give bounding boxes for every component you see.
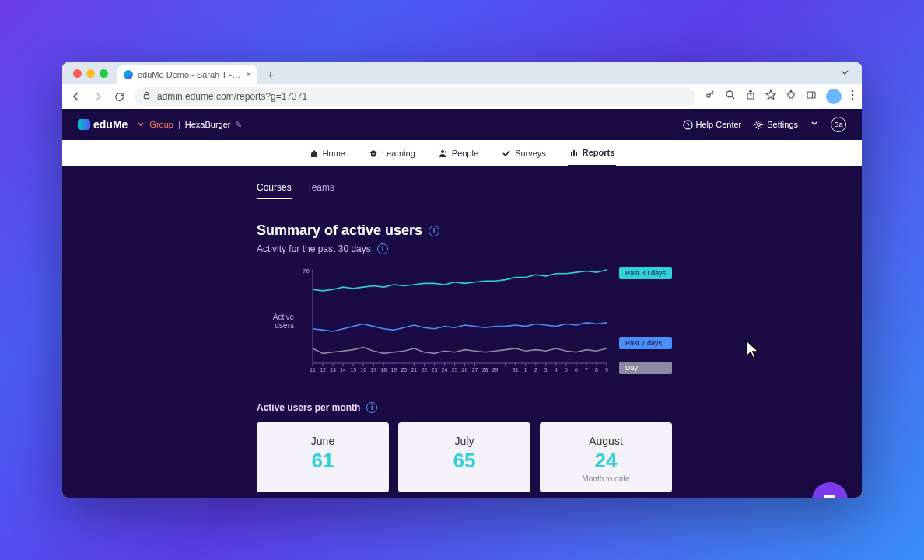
forward-button[interactable] xyxy=(92,90,104,103)
header-right: Help Center Settings Sa xyxy=(683,117,846,132)
svg-text:14: 14 xyxy=(340,367,346,373)
svg-point-13 xyxy=(441,150,444,153)
svg-text:28: 28 xyxy=(482,367,488,373)
lock-icon xyxy=(142,91,151,102)
profile-avatar[interactable] xyxy=(826,89,842,104)
chart-ylabel: Active users xyxy=(257,267,294,376)
svg-rect-16 xyxy=(573,150,575,156)
close-window-button[interactable] xyxy=(73,69,82,78)
svg-text:20: 20 xyxy=(401,367,407,373)
svg-text:26: 26 xyxy=(462,367,468,373)
svg-text:22: 22 xyxy=(421,367,427,373)
edit-group-icon[interactable]: ✎ xyxy=(235,120,242,130)
chevron-down-icon xyxy=(137,121,145,128)
chart-legend: Past 30 days Past 7 days Day xyxy=(619,267,672,376)
nav-learning[interactable]: Learning xyxy=(367,140,417,166)
address-bar: admin.edume.com/reports?g=17371 xyxy=(62,84,862,109)
brand-logo[interactable]: eduMe xyxy=(78,118,128,131)
svg-text:3: 3 xyxy=(544,367,548,373)
svg-point-2 xyxy=(726,91,733,97)
subtab-teams[interactable]: Teams xyxy=(307,182,334,199)
title-info-icon[interactable]: i xyxy=(429,226,439,236)
chrome-actions xyxy=(705,89,854,104)
legend-past7[interactable]: Past 7 days xyxy=(619,337,672,349)
chart-zone: Active users 761112131415161718192021222… xyxy=(257,267,677,376)
tab-strip: eduMe Demo - Sarah T - eduM × + xyxy=(62,62,862,84)
url-bar[interactable]: admin.edume.com/reports?g=17371 xyxy=(135,87,695,106)
help-center-link[interactable]: Help Center xyxy=(683,120,742,130)
extensions-icon[interactable] xyxy=(786,89,796,103)
settings-link[interactable]: Settings xyxy=(754,120,798,130)
side-panel-icon[interactable] xyxy=(806,89,817,103)
new-tab-button[interactable]: + xyxy=(262,68,279,81)
nav-home[interactable]: Home xyxy=(308,140,347,166)
bookmark-icon[interactable] xyxy=(765,89,776,103)
nav-surveys[interactable]: Surveys xyxy=(500,140,548,166)
chrome-menu-icon[interactable] xyxy=(851,89,854,103)
graduation-icon xyxy=(369,149,378,158)
svg-text:24: 24 xyxy=(442,367,448,373)
svg-point-8 xyxy=(852,94,854,96)
month-card-2[interactable]: August 24 Month to date xyxy=(540,422,672,492)
month-card-1[interactable]: July 65 xyxy=(398,422,530,492)
nav-learning-label: Learning xyxy=(382,149,415,158)
reload-button[interactable] xyxy=(114,91,125,103)
maximize-window-button[interactable] xyxy=(100,69,108,78)
key-icon[interactable] xyxy=(705,89,716,103)
month-sub-2: Month to date xyxy=(549,474,663,483)
svg-point-11 xyxy=(687,127,688,128)
share-icon[interactable] xyxy=(745,89,756,103)
back-button[interactable] xyxy=(70,90,82,103)
svg-rect-17 xyxy=(576,152,577,156)
svg-rect-5 xyxy=(807,92,815,98)
home-icon xyxy=(310,149,319,158)
svg-text:76: 76 xyxy=(303,268,310,275)
svg-point-12 xyxy=(758,123,761,126)
user-avatar[interactable]: Sa xyxy=(831,117,846,132)
page-subtitle-row: Activity for the past 30 days i xyxy=(257,243,677,254)
month-value-0: 61 xyxy=(266,449,380,473)
legend-past30[interactable]: Past 30 days xyxy=(619,267,672,279)
page-title: Summary of active users xyxy=(257,222,422,239)
nav-people[interactable]: People xyxy=(437,140,480,166)
user-initials: Sa xyxy=(834,121,842,128)
subtab-courses[interactable]: Courses xyxy=(257,182,292,199)
user-menu-chevron[interactable] xyxy=(810,120,818,129)
month-name-0: June xyxy=(266,435,380,447)
monthly-info-icon[interactable]: i xyxy=(366,402,377,413)
group-name: HexaBurger xyxy=(185,120,231,129)
svg-text:5: 5 xyxy=(565,367,568,373)
tab-close-icon[interactable]: × xyxy=(246,69,251,80)
subtitle-info-icon[interactable]: i xyxy=(377,243,388,254)
chart-canvas: 7611121314151617181920212223242526272829… xyxy=(299,267,610,376)
month-cards: June 61 July 65 August 24 Month to date xyxy=(257,422,677,492)
legend-day[interactable]: Day xyxy=(619,362,672,374)
svg-text:2: 2 xyxy=(534,367,537,373)
settings-label: Settings xyxy=(767,120,798,129)
nav-reports[interactable]: Reports xyxy=(568,140,617,166)
svg-text:6: 6 xyxy=(575,367,578,373)
group-selector[interactable]: Group | HexaBurger ✎ xyxy=(137,120,242,130)
svg-text:18: 18 xyxy=(380,367,387,373)
browser-tab[interactable]: eduMe Demo - Sarah T - eduM × xyxy=(117,65,257,84)
svg-text:19: 19 xyxy=(390,367,397,373)
section-active-monthly: Active users per month i xyxy=(257,402,677,413)
svg-rect-15 xyxy=(571,152,572,156)
svg-text:15: 15 xyxy=(350,367,356,373)
sub-tabs: Courses Teams xyxy=(257,182,677,199)
search-icon[interactable] xyxy=(725,89,736,103)
nav-home-label: Home xyxy=(323,149,345,158)
svg-point-4 xyxy=(790,90,792,92)
group-prefix: Group xyxy=(149,120,173,129)
svg-text:17: 17 xyxy=(370,367,376,373)
svg-text:7: 7 xyxy=(585,367,588,373)
month-card-0[interactable]: June 61 xyxy=(257,422,389,492)
logo-icon xyxy=(78,119,90,130)
people-icon xyxy=(439,149,448,158)
minimize-window-button[interactable] xyxy=(86,69,95,78)
content-area: Courses Teams Summary of active users i … xyxy=(62,166,862,498)
svg-text:1: 1 xyxy=(524,367,527,373)
help-icon xyxy=(683,120,693,130)
tabs-dropdown-icon[interactable] xyxy=(840,68,856,79)
tab-title: eduMe Demo - Sarah T - eduM xyxy=(138,70,241,79)
